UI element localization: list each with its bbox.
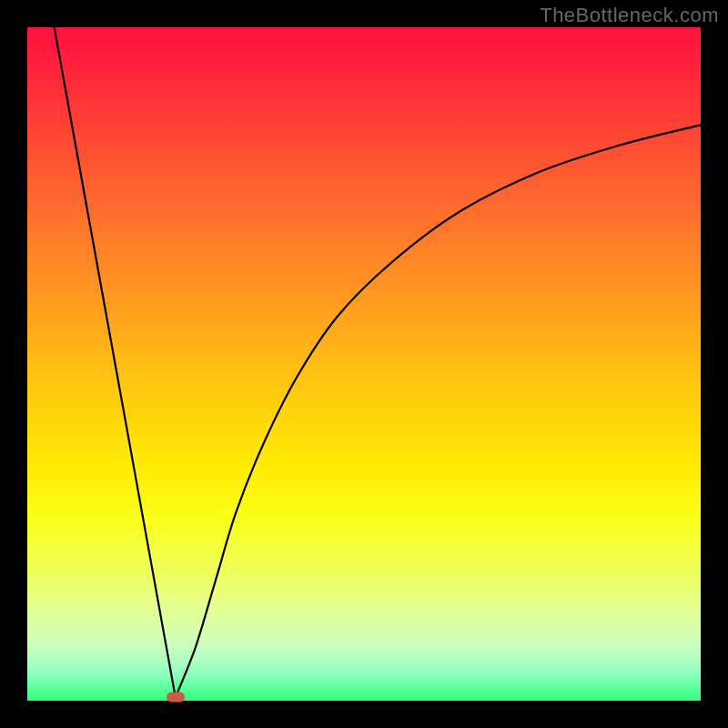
chart-frame: TheBottleneck.com [0,0,728,728]
bottleneck-curve [27,27,701,701]
watermark-text: TheBottleneck.com [540,4,719,27]
plot-area [27,27,701,701]
minimum-marker [167,693,185,703]
curve-path [55,27,701,697]
